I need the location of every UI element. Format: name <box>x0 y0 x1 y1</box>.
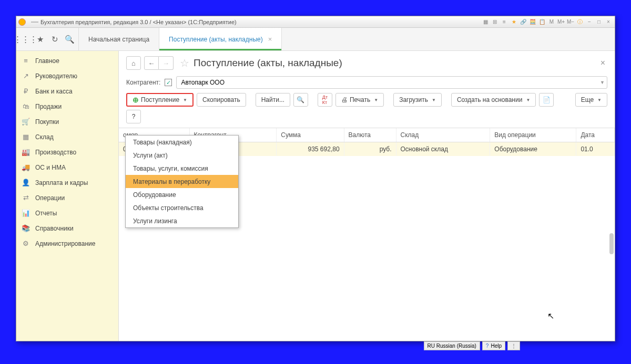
sidebar-item[interactable]: 🚚ОС и НМА <box>16 160 118 175</box>
column-header[interactable]: Валюта <box>344 128 396 142</box>
history-icon[interactable]: ↻ <box>50 35 59 44</box>
dropdown-item[interactable]: Оборудование <box>126 188 238 201</box>
button-label: Печать <box>350 96 370 103</box>
counterparty-input[interactable]: Автопарк ООО ▼ <box>176 76 607 89</box>
close-icon[interactable]: × <box>604 18 613 26</box>
tab-close-icon[interactable]: × <box>268 35 272 43</box>
toolbar-icon[interactable]: 🔗 <box>519 18 527 26</box>
sidebar-label: Администрирование <box>35 240 95 247</box>
dropdown-item[interactable]: Товары, услуги, комиссия <box>126 162 238 175</box>
status-menu[interactable]: ⋮ <box>507 341 520 350</box>
toolbar-icon[interactable]: 📋 <box>538 18 546 26</box>
info-icon[interactable]: ⓘ <box>576 18 584 26</box>
filter-checkbox[interactable]: ✓ <box>165 79 172 86</box>
print-button[interactable]: 🖨 Печать ▼ <box>335 93 384 107</box>
sidebar-label: Покупки <box>35 118 59 126</box>
dash-icon <box>31 22 38 23</box>
tab-receipts[interactable]: Поступление (акты, накладные) × <box>159 28 282 50</box>
button-label: Еще <box>581 96 594 103</box>
sidebar-item[interactable]: 🏭Производство <box>16 144 118 160</box>
sidebar-label: Склад <box>35 133 54 141</box>
m-minus-button[interactable]: M− <box>566 18 575 26</box>
sidebar-item[interactable]: ⇄Операции <box>16 190 118 205</box>
column-header[interactable]: Сумма <box>277 128 344 142</box>
m-button[interactable]: M <box>547 18 556 26</box>
sidebar-item[interactable]: ₽Банк и касса <box>16 84 118 99</box>
help-button[interactable]: ? <box>126 110 141 123</box>
toolbar-icon[interactable]: ≡ <box>500 18 508 26</box>
dropdown-item[interactable]: Услуги (акт) <box>126 149 238 162</box>
maximize-icon[interactable]: □ <box>595 18 603 26</box>
create-receipt-button[interactable]: ⊕ Поступление ▼ <box>126 93 194 107</box>
dropdown-caret-icon[interactable]: ▼ <box>600 80 605 85</box>
sidebar-label: Производство <box>35 149 76 156</box>
table-cell: Основной склад <box>396 142 490 157</box>
sidebar-item[interactable]: ≡Главное <box>16 53 118 68</box>
filter-value: Автопарк ООО <box>181 79 225 86</box>
dropdown-item[interactable]: Объекты строительства <box>126 201 238 214</box>
dropdown-item[interactable]: Материалы в переработку <box>126 175 238 188</box>
sidebar-item[interactable]: 🛍Продажи <box>16 99 118 114</box>
dropdown-item[interactable]: Товары (накладная) <box>126 136 238 149</box>
sidebar-label: Главное <box>35 57 59 65</box>
sidebar: ≡Главное↗Руководителю₽Банк и касса🛍Прода… <box>16 51 119 341</box>
button-label: Создать на основании <box>457 96 523 103</box>
m-plus-button[interactable]: M+ <box>557 18 565 26</box>
scrollbar-thumb[interactable] <box>609 233 614 254</box>
sidebar-item[interactable]: ↗Руководителю <box>16 68 118 84</box>
table-cell: 01.0 <box>576 142 615 157</box>
search-icon[interactable]: 🔍 <box>65 35 74 44</box>
dropdown-item[interactable]: Услуги лизинга <box>126 214 238 227</box>
sidebar-item[interactable]: 📊Отчеты <box>16 205 118 221</box>
toolbar-icon[interactable]: ▦ <box>481 18 490 26</box>
toolbar-icon[interactable]: 🧮 <box>528 18 537 26</box>
load-button[interactable]: Загрузить ▼ <box>393 93 442 107</box>
sidebar-item[interactable]: 🛒Покупки <box>16 114 118 129</box>
sidebar-icon: ≡ <box>22 57 30 65</box>
tab-home[interactable]: Начальная страница <box>79 28 159 50</box>
forward-button[interactable]: → <box>159 56 174 70</box>
page-title: Поступление (акты, накладные) <box>194 57 342 69</box>
sidebar-item[interactable]: ⚙Администрирование <box>16 236 118 251</box>
toolbar-icon[interactable]: ⊞ <box>491 18 499 26</box>
close-page-icon[interactable]: × <box>598 56 607 70</box>
sidebar-label: Отчеты <box>35 210 57 217</box>
apps-icon[interactable]: ⋮⋮⋮ <box>21 35 30 44</box>
star-icon[interactable]: ★ <box>35 35 45 44</box>
button-label: Поступление <box>141 96 179 103</box>
button-label: Загрузить <box>399 96 428 103</box>
copy-button[interactable]: Скопировать <box>197 93 246 107</box>
sidebar-label: Банк и касса <box>35 88 73 95</box>
column-header[interactable]: Склад <box>396 128 490 142</box>
sidebar-icon: ↗ <box>22 72 30 80</box>
favorite-page-icon[interactable]: ☆ <box>180 57 189 69</box>
window-title: Бухгалтерия предприятия, редакция 3.0 / … <box>40 19 237 25</box>
minimize-icon[interactable]: − <box>585 18 594 26</box>
favorite-icon[interactable]: ★ <box>510 18 518 26</box>
sidebar-icon: 🚚 <box>22 163 30 171</box>
home-button[interactable]: ⌂ <box>126 56 141 70</box>
help-status[interactable]: ?Help <box>482 341 505 350</box>
clear-filter-button[interactable]: 🔍 <box>293 93 308 107</box>
sidebar-item[interactable]: 👤Зарплата и кадры <box>16 175 118 190</box>
back-button[interactable]: ← <box>144 56 159 70</box>
sidebar-item[interactable]: 📚Справочники <box>16 221 118 236</box>
language-status[interactable]: RU Russian (Russia) <box>424 341 480 350</box>
column-header[interactable]: Вид операции <box>490 128 576 142</box>
create-based-button[interactable]: Создать на основании ▼ <box>451 93 536 107</box>
dt-kt-button[interactable]: ДтКт <box>318 93 332 107</box>
find-button[interactable]: Найти... <box>256 93 290 107</box>
more-button[interactable]: Еще ▼ <box>575 93 607 107</box>
sidebar-icon: ₽ <box>22 87 30 95</box>
button-label: ? <box>132 113 136 120</box>
column-header[interactable]: Дата <box>576 128 615 142</box>
sidebar-icon: 🏭 <box>22 148 30 156</box>
table-cell: Оборудование <box>490 142 576 157</box>
sidebar-icon: 📚 <box>22 224 30 232</box>
report-button[interactable]: 📄 <box>539 93 554 107</box>
titlebar: Бухгалтерия предприятия, редакция 3.0 / … <box>16 16 615 28</box>
sidebar-item[interactable]: ▦Склад <box>16 129 118 144</box>
tab-label: Начальная страница <box>88 36 149 43</box>
tab-bar: ⋮⋮⋮ ★ ↻ 🔍 Начальная страница Поступление… <box>16 28 615 51</box>
filter-label: Контрагент: <box>126 79 160 86</box>
